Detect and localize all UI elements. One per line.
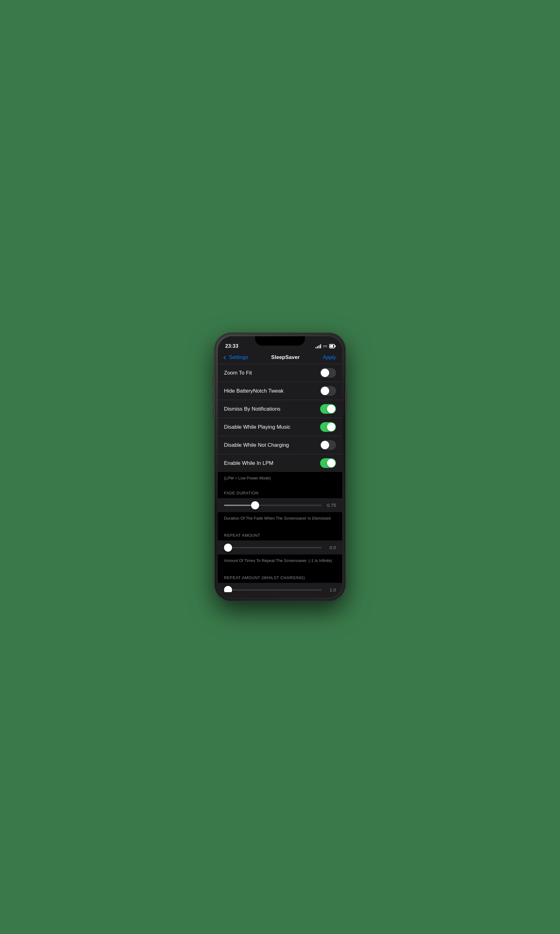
fade-duration-knob[interactable] — [251, 501, 259, 509]
status-time: 23:33 — [225, 344, 238, 349]
repeat-amount-charging-header: REPEAT AMOUNT (WHILST CHARGING) — [218, 569, 342, 583]
repeat-amount-charging-track[interactable] — [224, 589, 322, 590]
zoom-to-fit-row: Zoom To Fit — [218, 364, 342, 382]
zoom-to-fit-label: Zoom To Fit — [224, 370, 252, 376]
phone-screen: 23:33 ▿▿ Settings SleepSaver — [218, 336, 342, 598]
signal-bars-icon — [315, 344, 321, 348]
fade-duration-header: FADE DURATION — [218, 484, 342, 498]
disable-while-not-charging-row: Disable While Not Charging — [218, 436, 342, 454]
fade-duration-fill — [224, 505, 255, 506]
fade-duration-slider-row: 0.75 — [218, 498, 342, 512]
toggle-knob — [321, 441, 329, 449]
repeat-amount-description-text: Amount Of Times To Repeat The Screensave… — [224, 558, 332, 563]
wifi-icon: ▿▿ — [323, 344, 327, 349]
repeat-amount-value: 0.0 — [325, 545, 336, 550]
battery-icon — [329, 344, 335, 348]
lpm-note-text: (LPM = Low Power Mode) — [224, 476, 271, 480]
repeat-amount-header: REPEAT AMOUNT — [218, 526, 342, 541]
fade-duration-description-text: Duration Of The Fade When The Screensave… — [224, 516, 331, 521]
dismiss-by-notifications-label: Dismiss By Notifications — [224, 406, 280, 412]
toggle-knob — [321, 387, 329, 395]
fade-duration-value: 0.75 — [325, 502, 336, 508]
disable-while-playing-music-row: Disable While Playing Music — [218, 418, 342, 436]
navigation-bar: Settings SleepSaver Apply — [218, 352, 342, 364]
toggle-knob — [327, 459, 335, 467]
toggle-knob — [327, 405, 335, 413]
dismiss-by-notifications-toggle[interactable] — [320, 404, 336, 414]
repeat-amount-charging-slider-row: 1.0 — [218, 583, 342, 592]
back-chevron-icon — [223, 356, 227, 359]
disable-while-not-charging-label: Disable While Not Charging — [224, 442, 289, 449]
repeat-amount-slider-row: 0.0 — [218, 541, 342, 555]
notch — [255, 336, 305, 345]
status-icons: ▿▿ — [315, 344, 335, 349]
repeat-amount-charging-value: 1.0 — [325, 587, 336, 592]
enable-while-in-lpm-row: Enable While In LPM — [218, 454, 342, 472]
phone-device: 23:33 ▿▿ Settings SleepSaver — [215, 333, 345, 601]
toggle-knob — [321, 368, 329, 377]
fade-duration-description: Duration Of The Fade When The Screensave… — [218, 512, 342, 526]
repeat-amount-label: REPEAT AMOUNT — [224, 533, 260, 538]
back-label: Settings — [229, 354, 248, 361]
hide-battery-notch-toggle[interactable] — [320, 386, 336, 396]
page-title: SleepSaver — [271, 354, 300, 361]
hide-battery-notch-label: Hide BatteryNotch Tweak — [224, 388, 284, 394]
disable-while-playing-music-toggle[interactable] — [320, 422, 336, 432]
lpm-note-row: (LPM = Low Power Mode) — [218, 472, 342, 484]
hide-battery-notch-row: Hide BatteryNotch Tweak — [218, 382, 342, 400]
repeat-amount-knob[interactable] — [224, 544, 232, 552]
enable-while-in-lpm-label: Enable While In LPM — [224, 460, 274, 466]
settings-group: Zoom To Fit Hide BatteryNotch Tweak Dism… — [218, 364, 342, 472]
repeat-amount-track[interactable] — [224, 547, 322, 548]
repeat-amount-charging-knob[interactable] — [224, 586, 232, 592]
back-button[interactable]: Settings — [224, 354, 248, 361]
disable-while-not-charging-toggle[interactable] — [320, 440, 336, 450]
zoom-to-fit-toggle[interactable] — [320, 368, 336, 378]
apply-button[interactable]: Apply — [323, 354, 336, 361]
dismiss-by-notifications-row: Dismiss By Notifications — [218, 400, 342, 418]
settings-content: Zoom To Fit Hide BatteryNotch Tweak Dism… — [218, 364, 342, 592]
fade-duration-label: FADE DURATION — [224, 491, 258, 495]
repeat-amount-charging-label: REPEAT AMOUNT (WHILST CHARGING) — [224, 575, 305, 580]
enable-while-in-lpm-toggle[interactable] — [320, 458, 336, 468]
toggle-knob — [327, 423, 335, 431]
disable-while-playing-music-label: Disable While Playing Music — [224, 424, 291, 430]
fade-duration-track[interactable] — [224, 505, 322, 506]
repeat-amount-description: Amount Of Times To Repeat The Screensave… — [218, 555, 342, 569]
